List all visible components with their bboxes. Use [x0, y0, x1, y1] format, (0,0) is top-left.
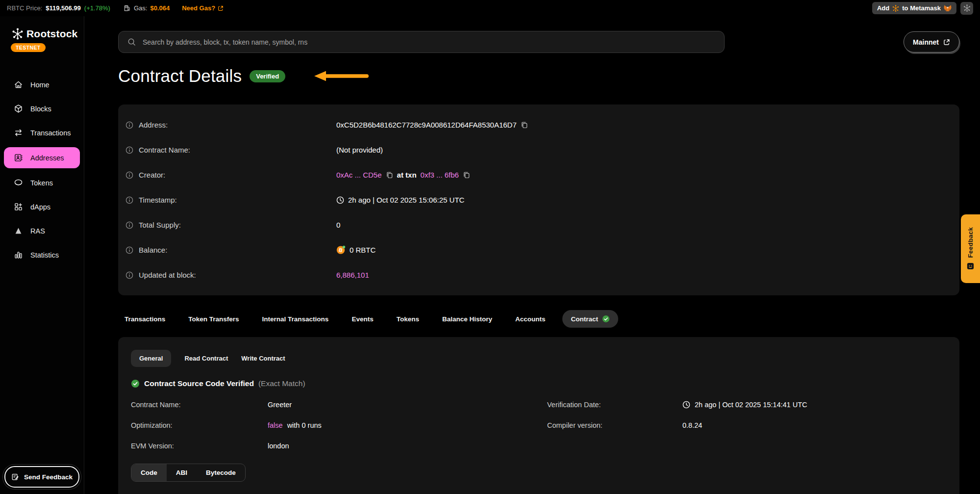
sidebar-item-ras[interactable]: RAS	[0, 219, 84, 243]
verified-badge: Verified	[250, 70, 285, 82]
feedback-tab-label: Feedback	[967, 227, 974, 258]
creator-txn-link[interactable]: 0xf3 ... 6fb6	[421, 171, 459, 179]
detail-row-contract-name: Contract Name: (Not provided)	[126, 137, 950, 162]
tab-events[interactable]: Events	[352, 315, 373, 323]
code-tab-abi[interactable]: ABI	[167, 464, 197, 481]
updated-block-link[interactable]: 6,886,101	[336, 271, 369, 279]
search-input[interactable]	[142, 38, 715, 47]
check-circle-icon	[131, 379, 140, 388]
info-icon	[126, 196, 133, 204]
sidebar-nav: Home Blocks Transactions Addresses Token…	[0, 73, 84, 267]
verification-date: 2h ago | Oct 02 2025 15:14:41 UTC	[695, 401, 807, 409]
field-optimization: Optimization: false with 0 runs	[131, 415, 547, 436]
coin-icon	[14, 178, 23, 187]
address-tabs: Transactions Token Transfers Internal Tr…	[118, 310, 959, 328]
annotation-arrow-icon	[314, 70, 369, 82]
detail-row-address: Address: 0xC5D2B6b48162C7728c9A008612D64…	[126, 112, 950, 137]
check-circle-icon	[602, 315, 610, 323]
compiler-version: 0.8.24	[682, 421, 702, 429]
page-title: Contract Details	[118, 66, 242, 86]
code-tab-bytecode[interactable]: Bytecode	[197, 464, 245, 481]
send-feedback-button[interactable]: Send Feedback	[4, 466, 79, 488]
code-tab-code[interactable]: Code	[131, 464, 167, 481]
contact-card-icon	[14, 153, 23, 162]
field-compiler-version: Compiler version: 0.8.24	[547, 415, 807, 436]
rbtc-coin-icon: B	[336, 245, 346, 255]
source-verified-line: Contract Source Code Verified (Exact Mat…	[131, 379, 947, 388]
detail-row-balance: Balance: B 0 RBTC	[126, 237, 950, 262]
need-gas-link[interactable]: Need Gas?	[182, 4, 224, 12]
detail-row-creator: Creator: 0xAc ... CD5e at txn 0xf3 ... 6…	[126, 162, 950, 187]
search-icon	[127, 38, 136, 46]
optimization-runs: with 0 runs	[287, 421, 322, 429]
sidebar-item-addresses[interactable]: Addresses	[4, 147, 80, 168]
copy-icon[interactable]	[521, 121, 528, 129]
sidebar-item-dapps[interactable]: dApps	[0, 195, 84, 219]
info-icon	[126, 221, 133, 229]
at-txn-label: at txn	[397, 171, 417, 179]
info-icon	[126, 271, 133, 279]
contract-tab-panel: General Read Contract Write Contract Con…	[118, 337, 959, 494]
apps-grid-icon	[14, 202, 23, 211]
home-icon	[14, 80, 23, 89]
sidebar-item-transactions[interactable]: Transactions	[0, 121, 84, 145]
gas-label: Gas:	[134, 4, 147, 12]
subtab-general[interactable]: General	[131, 350, 171, 367]
sidebar-item-statistics[interactable]: Statistics	[0, 243, 84, 267]
rootstock-mark-icon	[892, 5, 899, 12]
subtab-read-contract[interactable]: Read Contract	[184, 355, 228, 362]
sidebar-item-home[interactable]: Home	[0, 73, 84, 97]
rootstock-settings-button[interactable]	[960, 2, 973, 15]
gas-value: $0.064	[150, 4, 170, 12]
info-icon	[126, 121, 133, 129]
subtab-write-contract[interactable]: Write Contract	[241, 355, 285, 362]
rbtc-price-value: $119,506.99	[46, 4, 81, 12]
sidebar-item-blocks[interactable]: Blocks	[0, 97, 84, 121]
info-icon	[126, 171, 133, 179]
swap-arrows-icon	[14, 128, 23, 137]
verified-match-type: (Exact Match)	[258, 379, 305, 388]
tab-tokens[interactable]: Tokens	[397, 315, 419, 323]
external-link-icon	[943, 39, 950, 46]
search-bar	[118, 31, 725, 53]
rootstock-logo-icon	[12, 28, 24, 40]
brand-name: Rootstock	[26, 28, 77, 40]
note-pencil-icon	[11, 473, 19, 481]
triangle-icon	[14, 226, 23, 235]
tab-contract[interactable]: Contract	[562, 310, 618, 328]
detail-row-timestamp: Timestamp: 2h ago | Oct 02 2025 15:06:25…	[126, 187, 950, 212]
add-to-metamask-button[interactable]: Add to Metamask	[872, 2, 956, 14]
copy-icon[interactable]	[386, 171, 393, 179]
tab-internal-transactions[interactable]: Internal Transactions	[262, 315, 329, 323]
creator-address-link[interactable]: 0xAc ... CD5e	[336, 171, 382, 179]
optimization-flag: false	[268, 421, 283, 429]
network-badge: TESTNET	[11, 43, 46, 52]
contract-name: Greeter	[268, 401, 292, 409]
sidebar-item-tokens[interactable]: Tokens	[0, 171, 84, 195]
address-value: 0xC5D2B6b48162C7728c9A008612D64FA8530A16…	[336, 121, 517, 129]
main-content: Mainnet Contract Details Verified Addres…	[84, 16, 980, 494]
field-evm-version: EVM Version: london	[131, 436, 547, 456]
feedback-side-tab[interactable]: Feedback	[961, 214, 980, 283]
field-verification-date: Verification Date: 2h ago | Oct 02 2025 …	[547, 394, 807, 415]
clock-icon	[336, 196, 344, 204]
clock-icon	[682, 401, 690, 409]
cube-icon	[14, 104, 23, 113]
metamask-fox-icon	[944, 4, 952, 12]
tab-transactions[interactable]: Transactions	[125, 315, 165, 323]
copy-icon[interactable]	[463, 171, 470, 179]
rbtc-price-label: RBTC Price:	[7, 4, 42, 12]
info-icon	[126, 246, 133, 254]
rootstock-mark-gray-icon	[963, 4, 971, 12]
verified-heading: Contract Source Code Verified	[144, 379, 254, 388]
evm-version: london	[268, 442, 289, 450]
contract-name-value: (Not provided)	[336, 146, 383, 154]
tab-balance-history[interactable]: Balance History	[442, 315, 492, 323]
tab-token-transfers[interactable]: Token Transfers	[188, 315, 239, 323]
mainnet-switch-button[interactable]: Mainnet	[904, 31, 959, 52]
sidebar: Rootstock TESTNET Home Blocks Transactio…	[0, 16, 84, 494]
tab-accounts[interactable]: Accounts	[515, 315, 546, 323]
brand-logo[interactable]: Rootstock	[0, 28, 84, 40]
smiley-message-icon	[966, 262, 975, 270]
code-view-switch: Code ABI Bytecode	[131, 464, 246, 482]
